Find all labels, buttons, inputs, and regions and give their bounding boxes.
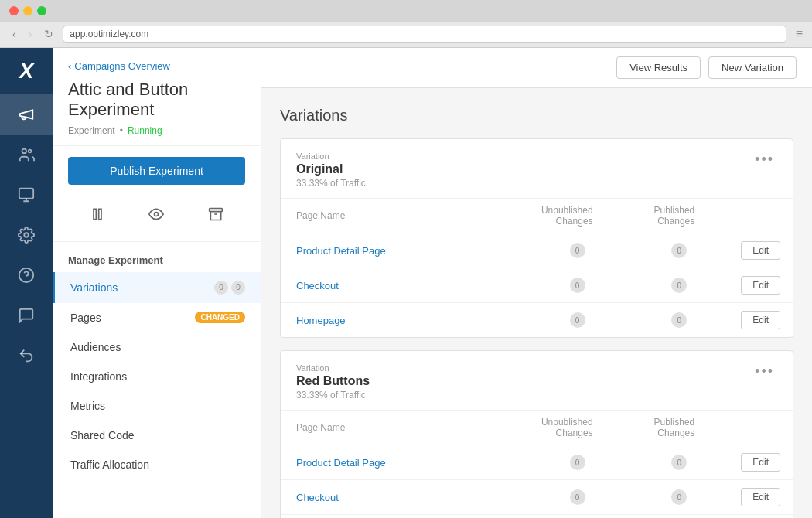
published-count-1-2: 0 xyxy=(624,515,726,519)
close-dot[interactable] xyxy=(9,6,19,15)
page-link-0-0[interactable]: Product Detail Page xyxy=(281,233,511,268)
edit-cell-0-2: Edit xyxy=(725,303,793,338)
logo: X xyxy=(0,48,53,94)
edit-cell-1-2: Edit xyxy=(725,515,793,519)
sidebar-header: ‹ Campaigns Overview Attic and Button Ex… xyxy=(53,48,261,146)
logo-text: X xyxy=(19,59,34,83)
new-variation-button[interactable]: New Variation xyxy=(708,56,797,79)
chat-icon xyxy=(18,307,35,324)
publish-experiment-button[interactable]: Publish Experiment xyxy=(68,157,245,185)
page-link-1-2[interactable]: Homepage xyxy=(281,515,511,519)
unpublished-count-1-2: 0 xyxy=(511,515,624,519)
sidebar-nav-help[interactable] xyxy=(0,255,53,295)
maximize-dot[interactable] xyxy=(37,6,46,15)
sidebar-nav-pages[interactable] xyxy=(0,175,53,215)
svg-point-8 xyxy=(155,212,159,216)
nav-item-pages[interactable]: PagesCHANGED xyxy=(53,303,261,332)
page-link-0-2[interactable]: Homepage xyxy=(281,303,511,338)
th-actions xyxy=(725,199,793,233)
page-link-0-1[interactable]: Checkout xyxy=(281,268,511,303)
refresh-button[interactable]: ↻ xyxy=(41,26,56,42)
table-row: Product Detail Page 0 0 Edit xyxy=(281,233,793,268)
sidebar-dark: X xyxy=(0,48,53,518)
variation-info-0: Variation Original 33.33% of Traffic xyxy=(296,152,752,189)
edit-cell-0-1: Edit xyxy=(725,268,793,303)
pause-button[interactable] xyxy=(84,203,111,229)
variation-name-0: Original xyxy=(296,162,752,176)
breadcrumb-link[interactable]: ‹ Campaigns Overview xyxy=(68,60,245,72)
nav-item-variations[interactable]: Variations00 xyxy=(53,272,261,303)
published-count-0-2: 0 xyxy=(624,303,726,338)
variation-table-0: Page Name Unpublished Changes Published … xyxy=(281,198,793,337)
nav-item-label: Traffic Allocation xyxy=(70,458,149,471)
edit-cell-1-0: Edit xyxy=(725,445,793,480)
nav-item-metrics[interactable]: Metrics xyxy=(53,391,261,421)
sidebar-light: ‹ Campaigns Overview Attic and Button Ex… xyxy=(53,48,261,518)
edit-cell-0-0: Edit xyxy=(725,233,793,268)
unpublished-count-0-0: 0 xyxy=(511,233,624,268)
unpublished-count-1-1: 0 xyxy=(511,480,624,515)
edit-cell-1-1: Edit xyxy=(725,480,793,515)
variation-traffic-1: 33.33% of Traffic xyxy=(296,390,752,400)
sidebar-nav-back[interactable] xyxy=(0,336,53,376)
nav-item-label: Metrics xyxy=(70,400,105,412)
url-text: app.optimizley.com xyxy=(70,29,148,39)
published-count-0-1: 0 xyxy=(624,268,726,303)
variation-card-0: Variation Original 33.33% of Traffic •••… xyxy=(280,138,793,338)
sidebar-nav-settings[interactable] xyxy=(0,215,53,255)
back-button[interactable]: ‹ xyxy=(9,26,19,42)
people-icon xyxy=(18,146,35,163)
nav-item-label: Variations xyxy=(70,281,118,294)
published-badge: 0 xyxy=(671,312,687,328)
nav-item-shared-code[interactable]: Shared Code xyxy=(53,421,261,450)
unpublished-badge: 0 xyxy=(570,489,585,505)
nav-item-audiences[interactable]: Audiences xyxy=(53,332,261,362)
variation-traffic-0: 33.33% of Traffic xyxy=(296,178,752,189)
forward-button[interactable]: › xyxy=(26,26,36,42)
manage-label: Manage Experiment xyxy=(53,242,261,272)
variation-more-button-0[interactable]: ••• xyxy=(752,152,777,168)
sidebar-nav-comments[interactable] xyxy=(0,295,53,336)
nav-items-container: Variations00PagesCHANGEDAudiencesIntegra… xyxy=(53,272,261,479)
help-icon xyxy=(18,267,35,284)
variation-label-1: Variation xyxy=(296,363,752,373)
section-title: Variations xyxy=(280,107,793,124)
published-badge: 0 xyxy=(671,243,687,258)
nav-item-badge: CHANGED xyxy=(195,312,245,323)
published-badge: 0 xyxy=(671,489,687,505)
edit-button-0-0[interactable]: Edit xyxy=(741,241,780,260)
browser-titlebar xyxy=(0,0,812,22)
experiment-type: Experiment xyxy=(68,125,115,136)
nav-item-label: Pages xyxy=(70,312,101,324)
nav-item-integrations[interactable]: Integrations xyxy=(53,362,261,391)
minimize-dot[interactable] xyxy=(23,6,32,15)
unpublished-count-0-2: 0 xyxy=(511,303,624,338)
table-row: Homepage 0 0 Edit xyxy=(281,515,793,519)
address-bar[interactable]: app.optimizley.com xyxy=(63,26,786,43)
edit-button-0-1[interactable]: Edit xyxy=(741,276,780,295)
nav-item-traffic-allocation[interactable]: Traffic Allocation xyxy=(53,450,261,479)
view-results-button[interactable]: View Results xyxy=(616,56,701,79)
main-scroll-area[interactable]: Variations Variation Original 33.33% of … xyxy=(261,88,812,518)
archive-button[interactable] xyxy=(202,203,230,229)
th-page-name: Page Name xyxy=(281,199,511,233)
edit-button-0-2[interactable]: Edit xyxy=(741,311,780,329)
variation-more-button-1[interactable]: ••• xyxy=(752,363,777,380)
preview-button[interactable] xyxy=(142,203,170,229)
sidebar-nav-audiences[interactable] xyxy=(0,135,53,175)
gear-icon xyxy=(18,227,35,244)
page-link-1-1[interactable]: Checkout xyxy=(281,480,511,515)
browser-menu-button[interactable]: ≡ xyxy=(796,27,803,41)
edit-button-1-1[interactable]: Edit xyxy=(741,488,780,506)
unpublished-badge: 0 xyxy=(570,312,585,328)
page-link-1-0[interactable]: Product Detail Page xyxy=(281,445,511,480)
published-badge: 0 xyxy=(671,278,687,293)
sidebar-nav-campaigns[interactable] xyxy=(0,94,53,135)
dot-separator: • xyxy=(120,125,123,136)
edit-button-1-0[interactable]: Edit xyxy=(741,453,780,472)
published-count-1-1: 0 xyxy=(624,480,726,515)
app-container: X xyxy=(0,48,812,518)
nav-item-label: Shared Code xyxy=(70,429,135,441)
svg-rect-7 xyxy=(99,209,101,219)
published-count-1-0: 0 xyxy=(624,445,726,480)
